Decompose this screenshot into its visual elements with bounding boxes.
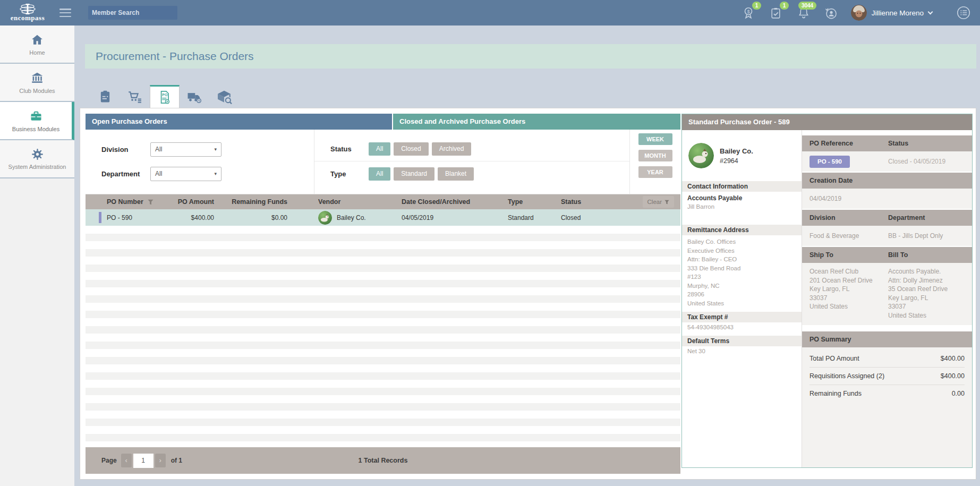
summary-label: Remaining Funds (809, 390, 862, 397)
address-line: 201 Ocean Reef Drive (809, 276, 886, 285)
status-all-button[interactable]: All (369, 142, 390, 156)
ship-to-address: Ocean Reef Club 201 Ocean Reef Drive Key… (802, 267, 886, 320)
sidebar-item-business-modules[interactable]: Business Modules (0, 102, 74, 140)
week-button[interactable]: WEEK (638, 133, 672, 145)
division-value: Food & Beverage (802, 232, 886, 240)
page-label: Page (101, 457, 117, 464)
tax-exempt-title: Tax Exempt # (682, 312, 802, 322)
summary-label: Requisitions Assigned (2) (809, 372, 884, 380)
contact-person: Jill Barron (682, 202, 802, 211)
sidebar-item-label: System Administration (8, 164, 66, 170)
truck-icon (186, 89, 202, 105)
user-avatar (851, 5, 867, 21)
po-reference-badge[interactable]: PO - 590 (809, 156, 850, 168)
billing-badge: 1 (752, 2, 761, 10)
page-title: Procurement - Purchase Orders (85, 44, 976, 69)
notifications-bell-icon[interactable]: 3044 (796, 5, 812, 21)
switch-user-icon[interactable] (823, 5, 839, 21)
type-blanket-button[interactable]: Blanket (438, 167, 474, 181)
address-line: Accounts Payable. (888, 267, 972, 276)
po-list-panel: Open Purchase Orders Closed and Archived… (86, 114, 680, 474)
address-line: Attn: Bailey - CEO (687, 255, 796, 264)
row-vendor-name: Bailey Co. (337, 214, 366, 221)
logo-swoosh-icon (19, 3, 37, 15)
type-standard-button[interactable]: Standard (394, 167, 434, 181)
type-all-button[interactable]: All (369, 167, 390, 181)
po-document-icon: PO (157, 90, 172, 105)
po-detail-panel: Standard Purchase Order - 589 (681, 114, 973, 468)
division-select[interactable]: All ▾ (150, 142, 221, 157)
month-button[interactable]: MONTH (638, 150, 672, 161)
address-line: 33037 (809, 294, 886, 303)
table-row[interactable]: PO - 590 $400.00 $0.00 (86, 209, 680, 226)
remittance-address-title: Remittance Address (682, 225, 802, 235)
department-value: BB - Jills Dept Only (886, 232, 972, 240)
address-line: Murphy, NC (687, 282, 796, 291)
row-status: Closed (561, 214, 625, 221)
address-line: United States (888, 311, 972, 320)
closed-archived-purchase-orders-header[interactable]: Closed and Archived Purchase Orders (393, 114, 680, 130)
billing-icon[interactable]: $ 1 (740, 5, 756, 21)
status-closed-button[interactable]: Closed (394, 142, 428, 156)
sidebar-item-label: Home (29, 49, 45, 56)
member-search-input[interactable] (92, 9, 177, 16)
tasks-icon[interactable]: 1 (768, 5, 784, 21)
main-content: Procurement - Purchase Orders (74, 25, 980, 486)
po-detail-header: Standard Purchase Order - 589 (682, 114, 972, 130)
tab-shopping-cart[interactable] (120, 85, 150, 108)
row-po-number: PO - 590 (107, 214, 132, 221)
address-line: Executive Offices (687, 246, 796, 255)
open-purchase-orders-header[interactable]: Open Purchase Orders (86, 114, 392, 130)
next-page-button[interactable]: › (155, 454, 166, 467)
row-accent-bar (99, 212, 101, 223)
topbar-actions: $ 1 1 3044 (740, 5, 980, 21)
address-line: Bailey Co. Offices (687, 237, 796, 246)
year-button[interactable]: YEAR (638, 166, 672, 178)
vendor-name: Bailey Co. (720, 147, 753, 155)
sidebar-item-home[interactable]: Home (0, 25, 74, 64)
cart-icon (127, 89, 143, 105)
vendor-number: #2964 (720, 157, 753, 165)
quick-list-icon[interactable] (956, 5, 972, 21)
tab-purchase-orders[interactable]: PO (150, 85, 180, 108)
status-archived-button[interactable]: Archived (432, 142, 472, 156)
menu-hamburger-icon[interactable] (59, 8, 71, 17)
row-po-amount: $400.00 (165, 214, 229, 221)
col-remaining-funds: Remaining Funds (229, 198, 309, 206)
filter-funnel-icon[interactable] (148, 199, 154, 205)
box-search-icon (216, 88, 233, 105)
address-line: 33037 (888, 302, 972, 311)
svg-text:$: $ (747, 9, 749, 14)
address-line: 28906 (687, 290, 796, 299)
po-summary: Total PO Amount $400.00 Requisitions Ass… (802, 347, 972, 467)
clear-filters-button[interactable]: Clear (643, 196, 674, 208)
brand-name: encompass (11, 14, 45, 22)
po-reference-label: PO Reference (802, 140, 886, 147)
tasks-badge: 1 (780, 2, 789, 10)
user-menu[interactable]: Jillienne Moreno (851, 5, 932, 21)
sidebar-item-system-administration[interactable]: System Administration (0, 140, 74, 178)
filter-funnel-icon (664, 200, 669, 204)
bill-to-label: Bill To (886, 251, 972, 259)
prev-page-button[interactable]: ‹ (121, 454, 132, 467)
tab-requisitions[interactable] (90, 85, 120, 108)
row-date: 04/05/2019 (402, 214, 508, 221)
row-type: Standard (508, 214, 561, 221)
page-number-input[interactable] (133, 454, 154, 468)
col-po-number: PO Number (107, 198, 143, 206)
col-po-amount: PO Amount (165, 198, 229, 206)
encompass-logo: encompass (0, 0, 55, 25)
encompass-app: encompass $ 1 (0, 0, 980, 486)
summary-value: 0.00 (952, 390, 965, 397)
briefcase-icon (29, 109, 43, 123)
department-select[interactable]: All ▾ (150, 167, 221, 181)
sidebar-item-club-modules[interactable]: Club Modules (0, 64, 74, 102)
po-panel-headers: Open Purchase Orders Closed and Archived… (86, 114, 680, 130)
tab-inventory-search[interactable] (209, 85, 239, 108)
tab-receiving-truck[interactable] (180, 85, 209, 108)
address-line: United States (687, 299, 796, 308)
sidebar: Home Club Modules Business Modules (0, 25, 74, 486)
member-search (88, 6, 177, 20)
page-of-label: of 1 (171, 457, 182, 464)
col-status: Status (561, 198, 625, 206)
